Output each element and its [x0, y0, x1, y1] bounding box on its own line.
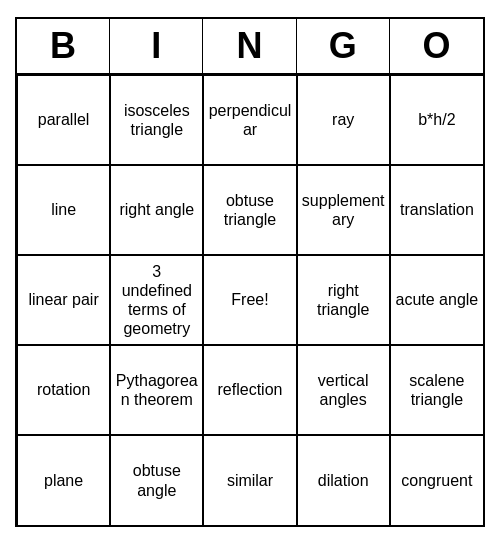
- bingo-cell: scalene triangle: [390, 345, 483, 435]
- cell-text: b*h/2: [418, 110, 455, 129]
- bingo-cell: isosceles triangle: [110, 75, 203, 165]
- bingo-cell: reflection: [203, 345, 296, 435]
- bingo-cell: parallel: [17, 75, 110, 165]
- bingo-cell: supplementary: [297, 165, 390, 255]
- cell-text: 3 undefined terms of geometry: [115, 262, 198, 339]
- cell-text: plane: [44, 471, 83, 490]
- cell-text: congruent: [401, 471, 472, 490]
- bingo-cell: acute angle: [390, 255, 483, 345]
- cell-text: acute angle: [396, 290, 479, 309]
- bingo-cell: Free!: [203, 255, 296, 345]
- bingo-cell: right triangle: [297, 255, 390, 345]
- bingo-cell: b*h/2: [390, 75, 483, 165]
- cell-text: parallel: [38, 110, 90, 129]
- cell-text: ray: [332, 110, 354, 129]
- bingo-cell: rotation: [17, 345, 110, 435]
- cell-text: Free!: [231, 290, 268, 309]
- cell-text: similar: [227, 471, 273, 490]
- cell-text: scalene triangle: [395, 371, 479, 409]
- cell-text: obtuse triangle: [208, 191, 291, 229]
- cell-text: right angle: [119, 200, 194, 219]
- bingo-cell: right angle: [110, 165, 203, 255]
- cell-text: supplementary: [302, 191, 385, 229]
- bingo-cell: perpendicular: [203, 75, 296, 165]
- bingo-cell: plane: [17, 435, 110, 525]
- cell-text: linear pair: [28, 290, 98, 309]
- cell-text: perpendicular: [208, 101, 291, 139]
- bingo-cell: ray: [297, 75, 390, 165]
- bingo-cell: vertical angles: [297, 345, 390, 435]
- header-letter: I: [110, 19, 203, 73]
- bingo-cell: congruent: [390, 435, 483, 525]
- bingo-grid: parallelisosceles triangleperpendicularr…: [17, 75, 483, 525]
- cell-text: Pythagorean theorem: [115, 371, 198, 409]
- cell-text: right triangle: [302, 281, 385, 319]
- bingo-header: BINGO: [17, 19, 483, 75]
- cell-text: reflection: [218, 380, 283, 399]
- bingo-cell: obtuse angle: [110, 435, 203, 525]
- bingo-cell: 3 undefined terms of geometry: [110, 255, 203, 345]
- header-letter: N: [203, 19, 296, 73]
- header-letter: G: [297, 19, 390, 73]
- cell-text: line: [51, 200, 76, 219]
- bingo-cell: line: [17, 165, 110, 255]
- bingo-cell: similar: [203, 435, 296, 525]
- bingo-cell: translation: [390, 165, 483, 255]
- cell-text: isosceles triangle: [115, 101, 198, 139]
- header-letter: O: [390, 19, 483, 73]
- cell-text: obtuse angle: [115, 461, 198, 499]
- cell-text: vertical angles: [302, 371, 385, 409]
- cell-text: dilation: [318, 471, 369, 490]
- cell-text: translation: [400, 200, 474, 219]
- bingo-cell: obtuse triangle: [203, 165, 296, 255]
- header-letter: B: [17, 19, 110, 73]
- bingo-cell: dilation: [297, 435, 390, 525]
- bingo-card: BINGO parallelisosceles triangleperpendi…: [15, 17, 485, 527]
- bingo-cell: linear pair: [17, 255, 110, 345]
- bingo-cell: Pythagorean theorem: [110, 345, 203, 435]
- cell-text: rotation: [37, 380, 90, 399]
